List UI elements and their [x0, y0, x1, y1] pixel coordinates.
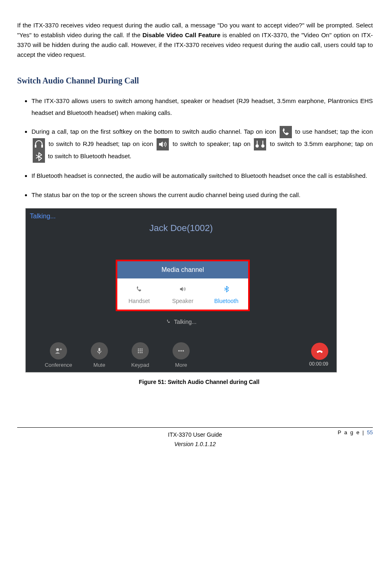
svg-point-18 [178, 350, 180, 352]
media-bluetooth-option[interactable]: Bluetooth [204, 278, 248, 310]
bullet-2d: to switch to speaker; tap on [173, 140, 253, 147]
svg-point-20 [182, 350, 184, 352]
bluetooth-icon [33, 150, 45, 163]
mute-button[interactable]: Mute [79, 342, 120, 370]
bottom-bar: Conference Mute Keypad More [26, 339, 336, 372]
conference-button[interactable]: Conference [38, 342, 79, 370]
hangup-button[interactable] [311, 343, 328, 360]
keypad-label: Keypad [131, 362, 149, 368]
svg-point-16 [140, 352, 141, 353]
media-speaker-option[interactable]: Speaker [161, 278, 205, 310]
bullet-2c: to switch to RJ9 headset; tap on icon [49, 140, 156, 147]
conference-icon [50, 342, 67, 359]
svg-point-10 [140, 348, 141, 350]
bullet-1: The ITX-3370 allows users to switch amon… [31, 95, 373, 119]
svg-point-9 [138, 348, 139, 350]
footer-version: Version 1.0.1.12 [17, 440, 373, 449]
svg-point-17 [141, 352, 143, 353]
speaker-option-label: Speaker [161, 296, 205, 305]
bluetooth-option-label: Bluetooth [204, 296, 248, 305]
rj9-headset-icon [33, 138, 45, 150]
page-number: P a g e | 55 [338, 429, 373, 437]
call-timer: 00:00:09 [309, 360, 328, 368]
media-channel-row: Handset Speaker Bluetooth [117, 278, 248, 310]
bullet-2a: During a call, tap on the first softkey … [31, 128, 278, 135]
more-button[interactable]: More [161, 342, 202, 370]
bullet-2b: to use handset; tap the icon [295, 128, 373, 135]
more-icon [173, 342, 190, 359]
handset-option-icon [117, 283, 161, 295]
bullet-list: The ITX-3370 allows users to switch amon… [17, 95, 373, 201]
small-call-icon [166, 318, 171, 327]
speaker-option-icon [161, 283, 205, 295]
svg-rect-0 [280, 126, 292, 138]
svg-point-11 [141, 348, 143, 350]
bluetooth-option-icon [204, 283, 248, 295]
media-channel-panel: Media channel Handset Speaker [116, 260, 250, 311]
keypad-button[interactable]: Keypad [120, 342, 161, 370]
svg-point-14 [141, 350, 143, 351]
bullet-2: During a call, tap on the first softkey … [31, 126, 373, 163]
footer-divider [17, 427, 373, 428]
footer: P a g e | 55 ITX-3370 User Guide Version… [17, 430, 373, 449]
svg-point-15 [138, 352, 139, 353]
section-heading: Switch Audio Channel During Call [17, 74, 373, 87]
caller-name: Jack Doe(1002) [26, 221, 336, 235]
figure-caption: Figure 51: Switch Audio Channel during C… [25, 377, 373, 386]
bullet-2e: to switch to 3.5mm earphone; tap on [270, 140, 373, 147]
mute-icon [91, 342, 108, 359]
figure-container: Talking... Jack Doe(1002) Media channel … [25, 208, 373, 386]
intro-paragraph: If the ITX-3370 receives video request d… [17, 20, 373, 60]
footer-title: ITX-3370 User Guide [17, 430, 373, 439]
talking-status: Talking... [30, 211, 56, 222]
svg-rect-1 [33, 138, 45, 150]
conference-label: Conference [45, 362, 72, 368]
media-handset-option[interactable]: Handset [117, 278, 161, 310]
svg-rect-3 [41, 145, 43, 148]
speaker-icon [157, 138, 169, 150]
intro-bold: Disable Video Call Feature [143, 31, 221, 38]
keypad-icon [132, 342, 149, 359]
svg-point-13 [140, 350, 141, 351]
screenshot: Talking... Jack Doe(1002) Media channel … [25, 208, 337, 373]
svg-point-19 [180, 350, 182, 352]
handset-icon [280, 126, 292, 138]
svg-rect-8 [99, 348, 100, 351]
media-channel-title: Media channel [117, 261, 248, 278]
behind-talking-label: Talking... [174, 319, 196, 325]
mute-label: Mute [94, 362, 105, 368]
behind-talking: Talking... [26, 317, 336, 327]
page-num-value: 55 [367, 429, 373, 435]
svg-point-7 [56, 348, 59, 351]
earphone-icon [254, 138, 266, 150]
page-label: P a g e | [338, 429, 367, 435]
svg-rect-5 [254, 138, 266, 150]
bullet-4: The status bar on the top or the screen … [31, 189, 373, 201]
bullet-3: If Bluetooth headset is connected, the a… [31, 170, 373, 182]
svg-rect-2 [35, 145, 36, 148]
more-label: More [175, 362, 187, 368]
handset-option-label: Handset [117, 296, 161, 305]
svg-point-12 [138, 350, 139, 351]
bullet-2f: to switch to Bluetooth headset. [48, 153, 131, 159]
